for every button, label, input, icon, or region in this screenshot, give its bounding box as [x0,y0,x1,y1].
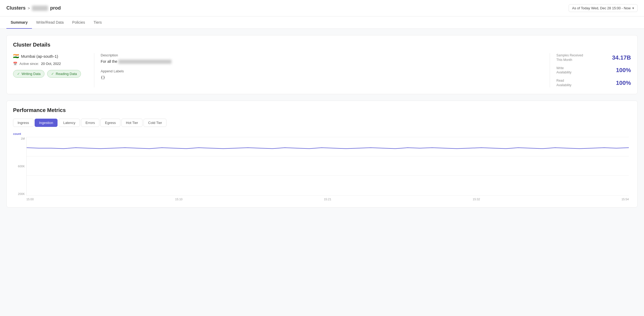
cluster-details-title: Cluster Details [13,42,631,48]
stat-samples: Samples ReceivedThis Month 34.17B [556,53,631,62]
y-tick-1m: 1M [15,137,25,140]
active-since-date: 20 Oct, 2022 [41,62,61,66]
performance-metrics-section: Performance Metrics Ingress Ingestion La… [6,101,638,207]
active-since: 📅 Active since: 20 Oct, 2022 [13,62,88,66]
chart-wrapper: 1M 600K 200K [26,137,629,201]
chart-area: count 1M 600K 200K [13,132,631,201]
check-icon-writing: ✓ [17,72,20,76]
perf-tab-ingestion[interactable]: Ingestion [35,119,58,127]
perf-tab-latency[interactable]: Latency [59,119,80,127]
flag-icon: 🇮🇳 [13,53,19,59]
perf-tab-cold-tier[interactable]: Cold Tier [144,119,166,127]
read-availability-value: 100% [616,80,631,86]
description-label: Description [101,53,543,57]
region-name: Mumbai (ap-south-1) [21,54,58,59]
top-nav: Clusters > prod As of Today Wed, Dec 28 … [0,0,644,16]
y-tick-600k: 600K [15,165,25,168]
cluster-name-blurred [32,6,48,11]
samples-label: Samples ReceivedThis Month [556,53,583,62]
tab-write-read[interactable]: Write/Read Data [32,16,68,29]
writing-data-badge: ✓ Writing Data [13,70,44,78]
breadcrumb: Clusters > prod [6,5,61,11]
breadcrumb-chevron: > [28,6,30,10]
grid-line-bottom [27,195,629,196]
chart-container [26,137,629,196]
clusters-link[interactable]: Clusters [6,5,26,11]
stat-write-availability: WriteAvailability 100% [556,66,631,75]
samples-value: 34.17B [612,54,631,61]
description-blurred [118,60,172,64]
description-section: Description For all the Append Labels {} [94,53,550,88]
check-icon-reading: ✓ [51,72,54,76]
chevron-down-icon: ▾ [632,6,634,10]
x-tick-1500: 15:00 [26,198,34,201]
reading-data-badge: ✓ Reading Data [47,70,81,78]
cluster-name-prod: prod [50,5,61,11]
writing-data-label: Writing Data [22,72,40,76]
perf-tab-ingress[interactable]: Ingress [13,119,34,127]
x-tick-1521: 15:21 [324,198,331,201]
x-axis: 15:00 15:10 15:21 15:32 15:54 [26,198,629,201]
cluster-details-grid: 🇮🇳 Mumbai (ap-south-1) 📅 Active since: 2… [13,53,631,88]
perf-tab-hot-tier[interactable]: Hot Tier [121,119,143,127]
read-availability-label: ReadAvailability [556,78,571,88]
chart-with-yaxis: 1M 600K 200K [26,137,629,201]
tab-policies[interactable]: Policies [68,16,89,29]
append-labels-value: {} [101,75,543,80]
stats-section: Samples ReceivedThis Month 34.17B WriteA… [556,53,631,88]
description-value: For all the [101,59,543,64]
perf-tab-errors[interactable]: Errors [81,119,99,127]
write-availability-value: 100% [616,67,631,74]
calendar-icon: 📅 [13,62,17,66]
date-selector-text: As of Today Wed, Dec 28 15:00 - Now [572,6,631,10]
tab-tiers[interactable]: Tiers [89,16,106,29]
reading-data-label: Reading Data [56,72,77,76]
status-badges: ✓ Writing Data ✓ Reading Data [13,70,88,78]
y-tick-200k: 200K [15,192,25,196]
main-content: Cluster Details 🇮🇳 Mumbai (ap-south-1) 📅… [0,29,644,214]
x-tick-1532: 15:32 [473,198,480,201]
date-selector[interactable]: As of Today Wed, Dec 28 15:00 - Now ▾ [569,4,638,12]
stat-read-availability: ReadAvailability 100% [556,78,631,88]
write-availability-label: WriteAvailability [556,66,571,75]
y-axis: 1M 600K 200K [15,137,25,196]
cluster-details-card: Cluster Details 🇮🇳 Mumbai (ap-south-1) 📅… [6,35,638,94]
tabs-bar: Summary Write/Read Data Policies Tiers [0,16,644,29]
performance-title: Performance Metrics [13,107,631,113]
active-since-label: Active since: [19,62,39,66]
cluster-region: 🇮🇳 Mumbai (ap-south-1) [13,53,88,59]
append-labels-label: Append Labels [101,69,543,73]
chart-svg [27,137,629,195]
chart-y-label: count [13,132,631,135]
x-tick-1554: 15:54 [621,198,629,201]
perf-tabs: Ingress Ingestion Latency Errors Egress … [13,119,631,127]
perf-tab-egress[interactable]: Egress [100,119,120,127]
cluster-info: 🇮🇳 Mumbai (ap-south-1) 📅 Active since: 2… [13,53,88,88]
tab-summary[interactable]: Summary [6,16,32,29]
x-tick-1510: 15:10 [175,198,183,201]
